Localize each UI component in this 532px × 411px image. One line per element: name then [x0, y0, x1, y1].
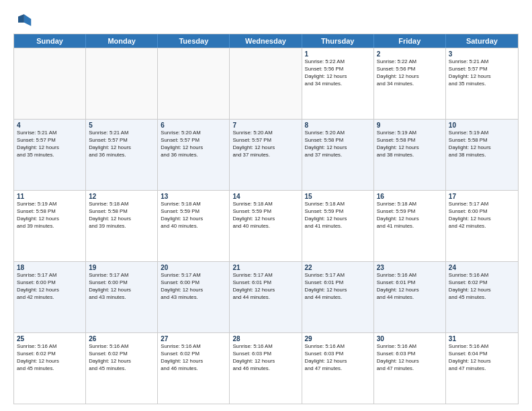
empty-cell [86, 48, 158, 119]
day-cell-28: 28Sunrise: 5:16 AM Sunset: 6:03 PM Dayli… [230, 333, 302, 404]
empty-cell [158, 48, 230, 119]
calendar-header: SundayMondayTuesdayWednesdayThursdayFrid… [14, 34, 518, 48]
day-cell-23: 23Sunrise: 5:16 AM Sunset: 6:01 PM Dayli… [374, 262, 446, 332]
day-info: Sunrise: 5:18 AM Sunset: 5:59 PM Dayligh… [305, 201, 371, 230]
day-cell-16: 16Sunrise: 5:18 AM Sunset: 5:59 PM Dayli… [374, 191, 446, 261]
day-cell-27: 27Sunrise: 5:16 AM Sunset: 6:02 PM Dayli… [158, 333, 230, 404]
day-number: 4 [17, 122, 83, 129]
day-number: 26 [89, 335, 154, 342]
day-cell-10: 10Sunrise: 5:19 AM Sunset: 5:58 PM Dayli… [446, 120, 518, 190]
header [13, 11, 519, 30]
header-day-wednesday: Wednesday [230, 34, 302, 48]
day-number: 1 [305, 50, 371, 58]
day-info: Sunrise: 5:16 AM Sunset: 6:03 PM Dayligh… [305, 343, 371, 373]
day-info: Sunrise: 5:17 AM Sunset: 6:00 PM Dayligh… [17, 272, 83, 302]
day-cell-25: 25Sunrise: 5:16 AM Sunset: 6:02 PM Dayli… [14, 333, 86, 404]
header-day-tuesday: Tuesday [158, 34, 230, 48]
day-info: Sunrise: 5:19 AM Sunset: 5:58 PM Dayligh… [377, 130, 443, 159]
day-number: 13 [161, 193, 226, 200]
day-cell-14: 14Sunrise: 5:18 AM Sunset: 5:59 PM Dayli… [230, 191, 302, 261]
day-info: Sunrise: 5:18 AM Sunset: 5:59 PM Dayligh… [377, 201, 443, 230]
day-info: Sunrise: 5:20 AM Sunset: 5:58 PM Dayligh… [305, 130, 371, 159]
header-day-sunday: Sunday [14, 34, 86, 48]
calendar: SundayMondayTuesdayWednesdayThursdayFrid… [13, 34, 519, 404]
day-cell-29: 29Sunrise: 5:16 AM Sunset: 6:03 PM Dayli… [302, 333, 374, 404]
day-info: Sunrise: 5:20 AM Sunset: 5:57 PM Dayligh… [161, 130, 226, 159]
day-number: 12 [89, 193, 154, 200]
day-cell-4: 4Sunrise: 5:21 AM Sunset: 5:57 PM Daylig… [14, 120, 86, 190]
day-number: 8 [305, 122, 371, 129]
day-number: 14 [232, 193, 298, 200]
day-info: Sunrise: 5:17 AM Sunset: 6:00 PM Dayligh… [449, 201, 515, 230]
day-info: Sunrise: 5:19 AM Sunset: 5:58 PM Dayligh… [17, 201, 83, 230]
day-info: Sunrise: 5:21 AM Sunset: 5:57 PM Dayligh… [17, 130, 83, 159]
day-number: 16 [377, 193, 443, 200]
header-day-saturday: Saturday [446, 34, 518, 48]
day-info: Sunrise: 5:17 AM Sunset: 6:01 PM Dayligh… [305, 272, 371, 302]
day-info: Sunrise: 5:16 AM Sunset: 6:02 PM Dayligh… [89, 343, 154, 373]
empty-cell [230, 48, 302, 119]
page: SundayMondayTuesdayWednesdayThursdayFrid… [0, 0, 532, 411]
day-cell-9: 9Sunrise: 5:19 AM Sunset: 5:58 PM Daylig… [374, 120, 446, 190]
day-number: 9 [377, 122, 443, 129]
day-cell-24: 24Sunrise: 5:16 AM Sunset: 6:02 PM Dayli… [446, 262, 518, 332]
day-info: Sunrise: 5:17 AM Sunset: 6:00 PM Dayligh… [89, 272, 154, 302]
day-cell-21: 21Sunrise: 5:17 AM Sunset: 6:01 PM Dayli… [230, 262, 302, 332]
day-cell-6: 6Sunrise: 5:20 AM Sunset: 5:57 PM Daylig… [158, 120, 230, 190]
day-info: Sunrise: 5:17 AM Sunset: 6:00 PM Dayligh… [161, 272, 226, 302]
day-number: 23 [377, 264, 443, 271]
day-info: Sunrise: 5:16 AM Sunset: 6:04 PM Dayligh… [449, 343, 515, 373]
day-number: 30 [377, 335, 443, 342]
day-info: Sunrise: 5:18 AM Sunset: 5:59 PM Dayligh… [161, 201, 226, 230]
day-cell-3: 3Sunrise: 5:21 AM Sunset: 5:57 PM Daylig… [446, 48, 518, 119]
day-info: Sunrise: 5:22 AM Sunset: 5:56 PM Dayligh… [377, 58, 443, 88]
day-number: 15 [305, 193, 371, 200]
header-day-thursday: Thursday [302, 34, 374, 48]
calendar-body: 1Sunrise: 5:22 AM Sunset: 5:56 PM Daylig… [14, 48, 518, 404]
day-cell-1: 1Sunrise: 5:22 AM Sunset: 5:56 PM Daylig… [302, 48, 374, 119]
day-cell-8: 8Sunrise: 5:20 AM Sunset: 5:58 PM Daylig… [302, 120, 374, 190]
calendar-row-4: 25Sunrise: 5:16 AM Sunset: 6:02 PM Dayli… [14, 332, 518, 404]
day-info: Sunrise: 5:16 AM Sunset: 6:03 PM Dayligh… [377, 343, 443, 373]
day-cell-17: 17Sunrise: 5:17 AM Sunset: 6:00 PM Dayli… [446, 191, 518, 261]
day-number: 28 [232, 335, 298, 342]
day-number: 10 [449, 122, 515, 129]
day-info: Sunrise: 5:16 AM Sunset: 6:02 PM Dayligh… [17, 343, 83, 373]
day-info: Sunrise: 5:19 AM Sunset: 5:58 PM Dayligh… [449, 130, 515, 159]
day-number: 18 [17, 264, 83, 271]
day-info: Sunrise: 5:16 AM Sunset: 6:02 PM Dayligh… [161, 343, 226, 373]
day-cell-13: 13Sunrise: 5:18 AM Sunset: 5:59 PM Dayli… [158, 191, 230, 261]
header-day-friday: Friday [374, 34, 446, 48]
day-info: Sunrise: 5:17 AM Sunset: 6:01 PM Dayligh… [232, 272, 298, 302]
day-info: Sunrise: 5:20 AM Sunset: 5:57 PM Dayligh… [232, 130, 298, 159]
day-cell-15: 15Sunrise: 5:18 AM Sunset: 5:59 PM Dayli… [302, 191, 374, 261]
day-cell-20: 20Sunrise: 5:17 AM Sunset: 6:00 PM Dayli… [158, 262, 230, 332]
day-cell-12: 12Sunrise: 5:18 AM Sunset: 5:58 PM Dayli… [86, 191, 158, 261]
logo [13, 11, 35, 30]
calendar-row-1: 4Sunrise: 5:21 AM Sunset: 5:57 PM Daylig… [14, 119, 518, 190]
day-info: Sunrise: 5:18 AM Sunset: 5:59 PM Dayligh… [232, 201, 298, 230]
day-number: 6 [161, 122, 226, 129]
day-info: Sunrise: 5:18 AM Sunset: 5:58 PM Dayligh… [89, 201, 154, 230]
empty-cell [14, 48, 86, 119]
day-cell-19: 19Sunrise: 5:17 AM Sunset: 6:00 PM Dayli… [86, 262, 158, 332]
day-cell-11: 11Sunrise: 5:19 AM Sunset: 5:58 PM Dayli… [14, 191, 86, 261]
day-cell-30: 30Sunrise: 5:16 AM Sunset: 6:03 PM Dayli… [374, 333, 446, 404]
day-number: 27 [161, 335, 226, 342]
day-info: Sunrise: 5:21 AM Sunset: 5:57 PM Dayligh… [89, 130, 154, 159]
day-number: 19 [89, 264, 154, 271]
day-number: 29 [305, 335, 371, 342]
day-info: Sunrise: 5:21 AM Sunset: 5:57 PM Dayligh… [449, 58, 515, 88]
day-number: 11 [17, 193, 83, 200]
day-number: 25 [17, 335, 83, 342]
day-number: 3 [449, 50, 515, 58]
day-info: Sunrise: 5:16 AM Sunset: 6:01 PM Dayligh… [377, 272, 443, 302]
day-info: Sunrise: 5:22 AM Sunset: 5:56 PM Dayligh… [305, 58, 371, 88]
header-day-monday: Monday [86, 34, 158, 48]
day-cell-31: 31Sunrise: 5:16 AM Sunset: 6:04 PM Dayli… [446, 333, 518, 404]
day-cell-22: 22Sunrise: 5:17 AM Sunset: 6:01 PM Dayli… [302, 262, 374, 332]
day-cell-18: 18Sunrise: 5:17 AM Sunset: 6:00 PM Dayli… [14, 262, 86, 332]
calendar-row-3: 18Sunrise: 5:17 AM Sunset: 6:00 PM Dayli… [14, 261, 518, 332]
day-number: 22 [305, 264, 371, 271]
day-number: 21 [232, 264, 298, 271]
